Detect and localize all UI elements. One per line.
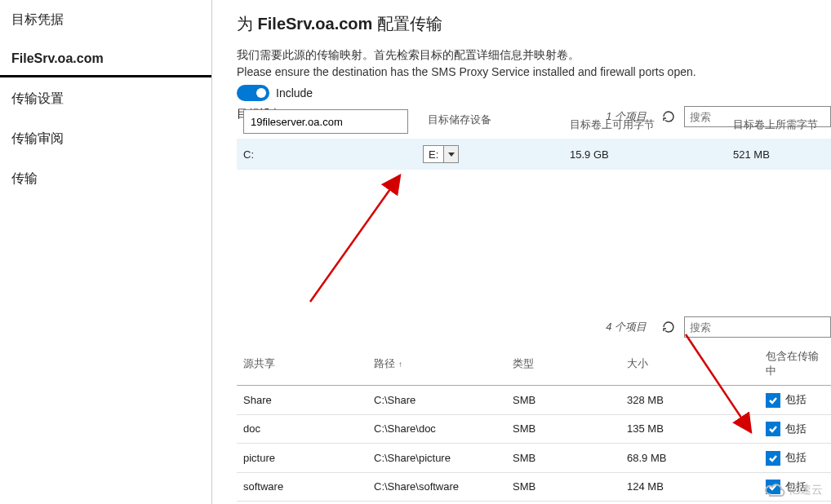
- include-label: Include: [276, 86, 313, 99]
- share-row[interactable]: docC:\Share\docSMB135 MB包括: [237, 414, 831, 444]
- share-table: 源共享 路径↑ 类型 大小 包含在传输中 ShareC:\ShareSMB328…: [237, 343, 831, 502]
- description-en: Please ensure the destination has the SM…: [237, 65, 831, 78]
- cell-path: C:\Share\software: [367, 472, 506, 502]
- sidebar-item-credentials[interactable]: 目标凭据: [0, 0, 211, 40]
- include-checkbox[interactable]: [766, 451, 780, 466]
- target-volume-value: E:: [424, 148, 443, 161]
- cell-required: 521 MB: [727, 139, 831, 170]
- title-target: FileSrv.oa.com: [258, 15, 373, 33]
- sidebar: 目标凭据 FileSrv.oa.com 传输设置 传输审阅 传输: [0, 0, 212, 504]
- share-row[interactable]: ShareC:\ShareSMB328 MB包括: [237, 386, 831, 415]
- share-search-input[interactable]: [684, 316, 831, 338]
- cell-share: doc: [237, 414, 367, 444]
- target-volume-select[interactable]: E:: [423, 145, 459, 163]
- include-checkbox[interactable]: [766, 422, 780, 436]
- refresh-icon: [662, 321, 675, 334]
- device-input[interactable]: [243, 109, 408, 134]
- cell-size: 328 MB: [620, 386, 759, 415]
- title-prefix: 为: [237, 15, 258, 33]
- svg-line-0: [310, 175, 400, 302]
- include-checkbox[interactable]: [766, 393, 780, 408]
- cell-size: 135 MB: [620, 414, 759, 444]
- device-row[interactable]: C: E: 15.9 GB 521 MB: [237, 139, 831, 170]
- cell-available: 15.9 GB: [563, 139, 727, 170]
- share-row[interactable]: softwareC:\Share\softwareSMB124 MB包括: [237, 472, 831, 502]
- cell-share: Share: [237, 386, 367, 415]
- cell-path: C:\Share\doc: [367, 414, 506, 444]
- col-source-share[interactable]: 源共享: [237, 343, 367, 386]
- cell-share: software: [237, 472, 367, 502]
- cell-size: 68.9 MB: [620, 444, 759, 473]
- cell-size: 124 MB: [620, 472, 759, 502]
- cloud-icon: [764, 483, 785, 497]
- sidebar-item-review[interactable]: 传输审阅: [0, 119, 211, 159]
- include-toggle[interactable]: [237, 85, 269, 101]
- chevron-down-icon[interactable]: [443, 146, 458, 162]
- watermark: 亿速云: [764, 483, 823, 497]
- cell-path: C:\Share\picture: [367, 444, 506, 473]
- sort-asc-icon: ↑: [398, 360, 402, 369]
- sidebar-item-filesrv[interactable]: FileSrv.oa.com: [0, 40, 211, 77]
- col-target-device: 目标储存设备: [428, 113, 491, 127]
- col-size[interactable]: 大小: [620, 343, 759, 386]
- cell-type: SMB: [506, 414, 620, 444]
- include-text: 包括: [785, 422, 807, 435]
- sidebar-item-transfer[interactable]: 传输: [0, 159, 211, 199]
- include-text: 包括: [785, 451, 807, 463]
- share-row[interactable]: pictureC:\Share\pictureSMB68.9 MB包括: [237, 444, 831, 473]
- page-title: 为 FileSrv.oa.com 配置传输: [237, 13, 831, 35]
- refresh-icon: [662, 110, 675, 123]
- cell-type: SMB: [506, 386, 620, 415]
- cell-type: SMB: [506, 472, 620, 502]
- description-cn: 我们需要此源的传输映射。首先检索目标的配置详细信息并映射卷。: [237, 46, 831, 64]
- cell-type: SMB: [506, 444, 620, 473]
- sidebar-item-settings[interactable]: 传输设置: [0, 79, 211, 119]
- main-content: 为 FileSrv.oa.com 配置传输 我们需要此源的传输映射。首先检索目标…: [212, 0, 831, 504]
- title-suffix: 配置传输: [372, 15, 442, 33]
- share-count: 4 个项目: [606, 320, 647, 334]
- share-refresh-button[interactable]: [661, 320, 676, 334]
- col-path[interactable]: 路径↑: [367, 343, 506, 386]
- col-include[interactable]: 包含在传输中: [759, 343, 831, 386]
- refresh-button[interactable]: [661, 109, 676, 124]
- col-type[interactable]: 类型: [506, 343, 620, 386]
- cell-path: C:\Share: [367, 386, 506, 415]
- cell-source-vol: C:: [237, 139, 416, 170]
- include-text: 包括: [785, 393, 807, 405]
- cell-share: picture: [237, 444, 367, 473]
